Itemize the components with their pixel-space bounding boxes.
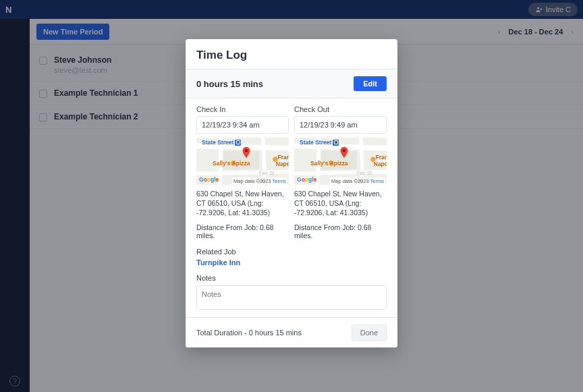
poi-fran: Fran	[376, 154, 387, 161]
google-logo: Google	[199, 176, 219, 183]
modal-subheader: 0 hours 15 mins Edit	[186, 69, 397, 99]
map-pin-icon	[337, 146, 352, 161]
time-log-modal: Time Log 0 hours 15 mins Edit Check In	[186, 39, 397, 347]
check-out-map[interactable]: State Street Sally's Apizza Fran Napo Fa…	[294, 138, 387, 185]
map-terms-link[interactable]: Terms	[273, 178, 286, 184]
poi-napo: Napo	[276, 161, 289, 167]
google-logo: Google	[297, 176, 316, 183]
street-fair: Fair St	[357, 170, 372, 176]
check-out-field[interactable]	[294, 116, 387, 134]
svg-point-5	[245, 149, 248, 152]
edit-button[interactable]: Edit	[354, 76, 387, 91]
poi-sally: Sally's Apizza	[213, 160, 250, 167]
state-street-label: State Street	[300, 139, 339, 146]
modal-footer: Total Duration - 0 hours 15 mins Done	[186, 317, 397, 347]
related-job-link[interactable]: Turnpike Inn	[196, 258, 240, 267]
check-out-distance: Distance From Job: 0.68 miles.	[294, 223, 387, 240]
poi-napo: Napo	[374, 161, 387, 167]
modal-overlay[interactable]: Time Log 0 hours 15 mins Edit Check In	[0, 0, 583, 392]
map-attribution: Map data ©2023Terms	[232, 177, 287, 185]
map-attribution: Map data ©2023Terms	[330, 177, 385, 185]
street-fair: Fair St	[259, 170, 274, 176]
map-terms-link[interactable]: Terms	[370, 178, 384, 184]
map-pin-icon	[239, 146, 254, 161]
notes-input[interactable]	[196, 285, 387, 310]
modal-title: Time Log	[186, 39, 397, 69]
check-in-label: Check In	[196, 105, 289, 113]
check-out-address: 630 Chapel St, New Haven, CT 06510, USA …	[294, 189, 387, 218]
poi-sally: Sally's Apizza	[310, 160, 348, 167]
poi-fran: Fran	[278, 154, 289, 161]
subway-icon	[333, 140, 339, 146]
modal-body: Check In	[186, 99, 397, 317]
check-in-address: 630 Chapel St, New Haven, CT 06510, USA …	[196, 189, 289, 218]
subway-icon	[235, 140, 241, 146]
state-street-label: State Street	[202, 139, 241, 146]
done-button[interactable]: Done	[352, 325, 387, 341]
check-in-distance: Distance From Job: 0.68 miles.	[196, 223, 289, 240]
check-in-field[interactable]	[196, 116, 289, 134]
total-duration: Total Duration - 0 hours 15 mins	[196, 329, 302, 337]
check-in-map[interactable]: State Street Sally's Apizza Fran Napo Fa…	[196, 138, 289, 185]
check-out-label: Check Out	[294, 105, 387, 113]
duration-summary: 0 hours 15 mins	[196, 79, 263, 89]
notes-label: Notes	[196, 274, 387, 282]
related-job-label: Related Job	[196, 248, 387, 256]
check-in-column: Check In	[196, 105, 289, 240]
check-out-column: Check Out	[294, 105, 387, 240]
svg-point-10	[343, 149, 345, 152]
